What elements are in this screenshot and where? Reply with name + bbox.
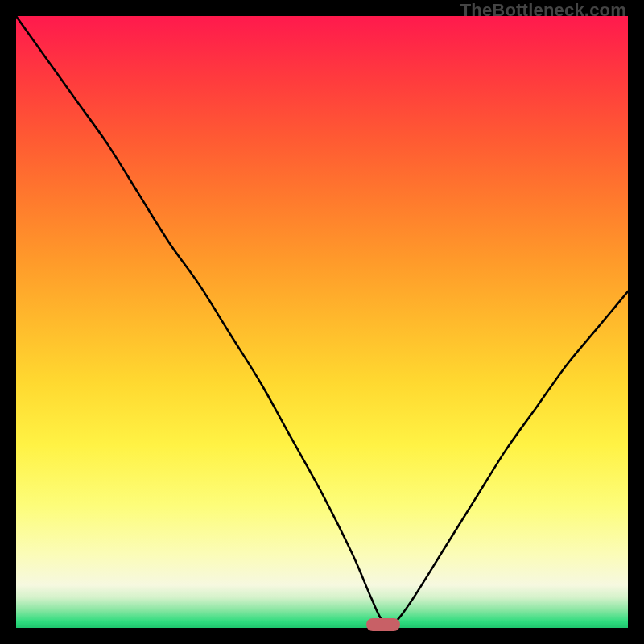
plot-area xyxy=(16,16,628,628)
bottleneck-curve xyxy=(16,16,628,628)
optimal-marker xyxy=(366,618,400,631)
chart-frame: TheBottleneck.com xyxy=(0,0,644,644)
